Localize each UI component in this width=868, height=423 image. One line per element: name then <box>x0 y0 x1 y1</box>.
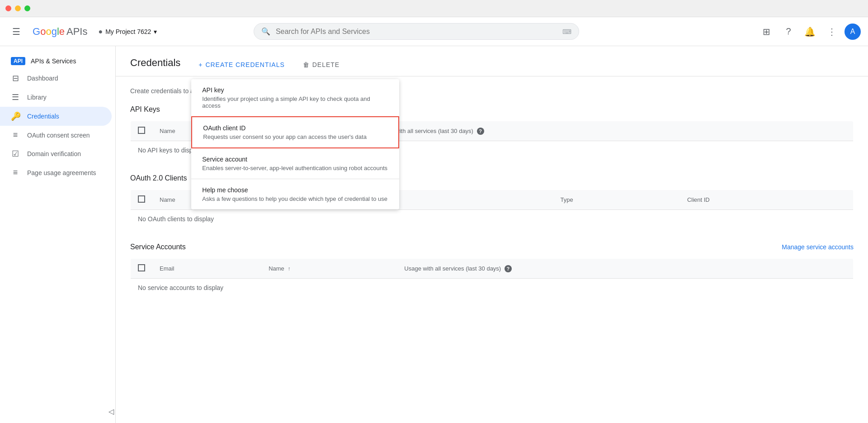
manage-service-accounts-link[interactable]: Manage service accounts <box>782 243 854 251</box>
oauth-col-client-id: Client ID <box>680 190 854 210</box>
service-accounts-table: Email Name ↑ Usage with all services (la… <box>130 258 854 297</box>
select-all-checkbox[interactable] <box>138 127 145 134</box>
oauth-table-body: No OAuth clients to display <box>131 210 854 228</box>
menu-item-help-desc: Asks a few questions to help you decide … <box>202 195 388 202</box>
apis-text: APIs <box>66 26 87 38</box>
dashboard-icon: ⊟ <box>11 73 20 83</box>
menu-item-service-account-title: Service account <box>202 156 388 163</box>
nav-right: ⊞ ? 🔔 ⋮ A <box>758 23 861 41</box>
menu-item-api-key-desc: Identifies your project using a simple A… <box>202 95 388 109</box>
sidebar-item-credentials[interactable]: 🔑 Credentials <box>0 107 112 126</box>
close-button[interactable] <box>5 5 11 11</box>
sort-asc-icon: ↑ <box>288 266 290 272</box>
menu-item-oauth-desc: Requests user consent so your app can ac… <box>203 133 387 140</box>
more-icon: ⋮ <box>827 26 836 37</box>
sidebar-item-library[interactable]: ☰ Library <box>0 88 112 107</box>
create-credentials-label: CREATE CREDENTIALS <box>205 61 284 68</box>
sidebar-item-label: Domain verification <box>27 150 81 157</box>
api-keys-usage-help-icon[interactable]: ? <box>477 128 484 135</box>
sidebar-item-domain-verification[interactable]: ☑ Domain verification <box>0 144 112 163</box>
delete-icon: 🗑 <box>303 61 310 68</box>
sidebar-item-page-usage[interactable]: ≡ Page usage agreements <box>0 163 112 182</box>
sidebar-title: APIs & Services <box>31 57 76 65</box>
hamburger-menu-button[interactable]: ☰ <box>7 23 25 41</box>
menu-item-service-account-desc: Enables server-to-server, app-level auth… <box>202 165 388 171</box>
sidebar-header: API APIs & Services <box>0 50 115 69</box>
avatar[interactable]: A <box>844 24 861 40</box>
sa-empty-message: No service accounts to display <box>131 279 854 297</box>
search-bar[interactable]: 🔍 ⌨ <box>254 23 579 40</box>
delete-button[interactable]: 🗑 DELETE <box>296 57 347 72</box>
create-credentials-button[interactable]: + CREATE CREDENTIALS <box>191 57 292 72</box>
titlebar <box>0 0 868 17</box>
sidebar-item-label: Library <box>27 94 47 101</box>
service-accounts-section-title: Service Accounts <box>130 243 186 251</box>
credentials-dropdown-menu: API key Identifies your project using a … <box>191 79 399 209</box>
oauth-col-type: Type <box>553 190 680 210</box>
page-header: Credentials + CREATE CREDENTIALS 🗑 DELET… <box>116 46 868 76</box>
nav-left: ☰ Google APIs ● My Project 7622 ▾ <box>7 23 160 41</box>
create-credentials-plus-icon: + <box>198 61 203 68</box>
oauth-select-all-checkbox[interactable] <box>138 195 145 203</box>
apps-icon: ⊞ <box>763 26 770 37</box>
sidebar-item-dashboard[interactable]: ⊟ Dashboard <box>0 69 112 88</box>
header-actions: + CREATE CREDENTIALS 🗑 DELETE API key Id… <box>191 57 347 76</box>
page-title: Credentials <box>130 57 180 76</box>
apps-button[interactable]: ⊞ <box>758 23 776 41</box>
sidebar-item-label: Page usage agreements <box>27 169 96 176</box>
oauth-col-checkbox <box>131 190 153 210</box>
service-accounts-table-header: Email Name ↑ Usage with all services (la… <box>131 259 854 279</box>
sa-col-checkbox <box>131 259 153 279</box>
help-button[interactable]: ? <box>779 23 797 41</box>
google-apis-logo: Google APIs <box>33 26 87 38</box>
menu-item-help-me-choose[interactable]: Help me choose Asks a few questions to h… <box>191 179 399 209</box>
table-row: No OAuth clients to display <box>131 210 854 228</box>
menu-item-api-key[interactable]: API key Identifies your project using a … <box>191 79 399 116</box>
project-name: My Project 7622 <box>105 28 151 35</box>
sidebar: API APIs & Services ⊟ Dashboard ☰ Librar… <box>0 46 116 423</box>
top-navigation: ☰ Google APIs ● My Project 7622 ▾ 🔍 ⌨ ⊞ … <box>0 17 868 46</box>
library-icon: ☰ <box>11 92 20 102</box>
sa-select-all-checkbox[interactable] <box>138 264 145 271</box>
api-keys-col-checkbox <box>131 121 153 141</box>
menu-item-service-account[interactable]: Service account Enables server-to-server… <box>191 148 399 179</box>
minimize-button[interactable] <box>15 5 21 11</box>
menu-item-help-title: Help me choose <box>202 186 388 194</box>
project-selector[interactable]: ● My Project 7622 ▾ <box>94 26 160 38</box>
table-row: No service accounts to display <box>131 279 854 297</box>
sidebar-item-label: OAuth consent screen <box>27 132 90 139</box>
project-dropdown-icon: ▾ <box>154 28 157 35</box>
sidebar-item-oauth-consent[interactable]: ≡ OAuth consent screen <box>0 126 112 144</box>
collapse-sidebar-button[interactable]: ◁ <box>108 407 114 416</box>
google-logo-text: Google <box>33 26 65 38</box>
search-input[interactable] <box>276 28 557 36</box>
domain-icon: ☑ <box>11 149 20 159</box>
service-accounts-table-body: No service accounts to display <box>131 279 854 297</box>
sa-usage-help-icon[interactable]: ? <box>505 265 512 272</box>
sidebar-item-label: Credentials <box>27 113 59 120</box>
menu-item-api-key-title: API key <box>202 86 388 94</box>
notifications-button[interactable]: 🔔 <box>801 23 819 41</box>
content-area: Credentials + CREATE CREDENTIALS 🗑 DELET… <box>116 46 868 423</box>
more-options-button[interactable]: ⋮ <box>823 23 841 41</box>
menu-item-oauth-title: OAuth client ID <box>203 124 387 132</box>
oauth-consent-icon: ≡ <box>11 130 20 140</box>
notifications-icon: 🔔 <box>804 26 816 37</box>
api-keys-col-usage: Usage with all services (last 30 days) ? <box>369 121 853 141</box>
maximize-button[interactable] <box>24 5 30 11</box>
api-badge: API <box>11 57 25 65</box>
service-accounts-header-row: Service Accounts Manage service accounts <box>130 243 854 251</box>
search-icon: 🔍 <box>261 27 270 36</box>
oauth-empty-message: No OAuth clients to display <box>131 210 854 228</box>
sa-col-usage: Usage with all services (last 30 days) ? <box>397 259 853 279</box>
delete-label: DELETE <box>312 61 340 68</box>
sidebar-item-label: Dashboard <box>27 75 58 82</box>
page-usage-icon: ≡ <box>11 168 20 177</box>
keyboard-icon: ⌨ <box>562 28 571 35</box>
sa-col-name[interactable]: Name ↑ <box>261 259 397 279</box>
main-layout: API APIs & Services ⊟ Dashboard ☰ Librar… <box>0 46 868 423</box>
help-icon: ? <box>786 26 791 37</box>
menu-item-oauth-client-id[interactable]: OAuth client ID Requests user consent so… <box>191 116 399 148</box>
table-header-row: Email Name ↑ Usage with all services (la… <box>131 259 854 279</box>
credentials-icon: 🔑 <box>11 111 20 121</box>
